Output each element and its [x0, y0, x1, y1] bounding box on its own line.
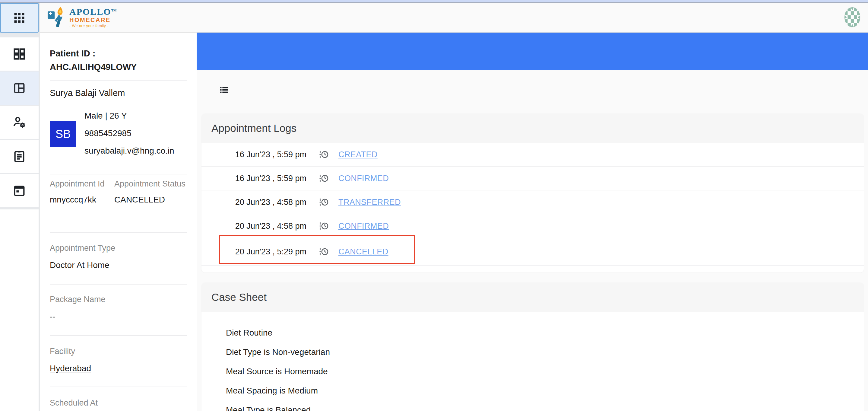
patient-phone: 9885452985: [85, 129, 174, 138]
log-row: 20 Jun'23 , 4:58 pm TRANSFERRED: [202, 190, 864, 214]
divider: [50, 80, 187, 81]
sidebar-item-calendar[interactable]: [0, 174, 39, 207]
identicon-avatar[interactable]: [844, 7, 860, 27]
divider: [50, 174, 187, 174]
list-view-button[interactable]: [218, 85, 230, 96]
log-status-link[interactable]: CREATED: [338, 150, 378, 159]
log-timestamp: 20 Jun'23 , 4:58 pm: [202, 222, 306, 231]
calendar-icon: [12, 183, 26, 197]
sidebar-item-assignments[interactable]: [0, 140, 39, 173]
case-sheet-item: Meal Spacing is Medium: [226, 387, 864, 395]
divider: [50, 335, 187, 336]
log-row: 20 Jun'23 , 4:58 pm CONFIRMED: [202, 214, 864, 238]
package-name-value: --: [50, 312, 187, 322]
case-sheet-card: Case Sheet Diet Routine Diet Type is Non…: [202, 283, 864, 411]
logo-tagline: - We are your family -: [69, 24, 116, 28]
log-status-link[interactable]: TRANSFERRED: [338, 198, 401, 207]
list-icon: [219, 85, 229, 96]
case-sheet-item: Meal Type is Balanced: [226, 406, 864, 411]
patient-id-label: Patient ID :: [50, 47, 136, 60]
logo-wordmark: APOLLOTM HOMECARE - We are your family -: [69, 7, 116, 28]
scheduled-at-label: Scheduled At: [50, 398, 187, 408]
sidebar-item-dashboard[interactable]: [0, 37, 39, 70]
appointment-id-status-section: Appointment Id mnycccq7kk Appointment St…: [50, 177, 187, 205]
appointment-type-label: Appointment Type: [50, 243, 187, 253]
patient-id-value: AHC.AILIHQ49LOWY: [50, 60, 136, 74]
log-row: 16 Jun'23 , 5:59 pm CREATED: [202, 143, 864, 167]
history-clock-icon: [318, 173, 329, 183]
apollo-homecare-logo[interactable]: APOLLOTM HOMECARE - We are your family -: [47, 6, 116, 29]
layout-columns-icon: [12, 81, 26, 95]
patient-id-block: Patient ID : AHC.AILIHQ49LOWY: [50, 47, 136, 74]
apps-icon: [13, 11, 26, 24]
case-sheet-list: Diet Routine Diet Type is Non-vegetarian…: [202, 312, 864, 411]
appointment-logs-card: Appointment Logs 16 Jun'23 , 5:59 pm: [202, 114, 864, 272]
patient-email: suryabalaji.v@hng.co.in: [85, 146, 174, 155]
log-timestamp: 16 Jun'23 , 5:59 pm: [202, 174, 306, 183]
sidebar-item-apps[interactable]: [0, 3, 39, 33]
log-timestamp: 16 Jun'23 , 5:59 pm: [202, 150, 306, 159]
history-clock-icon: [318, 197, 329, 207]
appointment-type-value: Doctor At Home: [50, 260, 187, 270]
log-status-link[interactable]: CONFIRMED: [338, 174, 389, 183]
package-name-section: Package Name --: [50, 295, 187, 322]
app-window: APOLLOTM HOMECARE - We are your family -: [0, 0, 868, 411]
history-clock-icon: [318, 221, 329, 231]
top-app-bar: APOLLOTM HOMECARE - We are your family -: [40, 3, 868, 33]
sidebar-item-user-management[interactable]: [0, 106, 39, 139]
log-status-link[interactable]: CANCELLED: [338, 247, 389, 257]
sidebar-item-board[interactable]: [0, 71, 39, 105]
facility-label: Facility: [50, 347, 187, 356]
package-name-label: Package Name: [50, 295, 187, 304]
blue-banner: [197, 33, 868, 70]
patient-name: Surya Balaji Vallem: [50, 88, 125, 98]
divider: [50, 387, 187, 387]
dashboard-grid-icon: [12, 47, 26, 61]
left-icon-rail: [0, 3, 40, 411]
facility-link[interactable]: Hyderabad: [50, 363, 187, 374]
main-content: Appointment Logs 16 Jun'23 , 5:59 pm: [197, 33, 868, 411]
patient-summary-panel: Patient ID : AHC.AILIHQ49LOWY Surya Bala…: [40, 33, 197, 411]
appointment-id-value: mnycccq7kk: [50, 195, 114, 205]
patient-avatar-initials: SB: [56, 128, 71, 141]
case-sheet-item: Meal Source is Homemade: [226, 367, 864, 376]
patient-gender-age: Male | 26 Y: [85, 111, 174, 120]
appointment-type-section: Appointment Type Doctor At Home: [50, 243, 187, 270]
manage-accounts-icon: [12, 115, 27, 129]
logo-tm: TM: [111, 8, 117, 12]
clipboard-icon: [12, 149, 26, 163]
log-row-highlighted: 20 Jun'23 , 5:29 pm CANCELLED: [202, 238, 864, 266]
history-clock-icon: [318, 149, 329, 159]
divider: [50, 284, 187, 285]
browser-top-edge: [0, 0, 868, 3]
appointment-id-label: Appointment Id: [50, 177, 114, 191]
log-row: 16 Jun'23 , 5:59 pm CONFIRMED: [202, 167, 864, 190]
case-sheet-header: Case Sheet: [202, 283, 864, 312]
appointment-logs-list: 16 Jun'23 , 5:59 pm CREATED: [202, 143, 864, 266]
patient-avatar: SB: [50, 121, 76, 147]
facility-section: Facility Hyderabad: [50, 347, 187, 374]
log-timestamp: 20 Jun'23 , 4:58 pm: [202, 198, 306, 207]
history-clock-icon: [318, 246, 329, 257]
appointment-logs-header: Appointment Logs: [202, 114, 864, 143]
torch-logo-icon: [47, 6, 66, 29]
logo-apollo-text: APOLLO: [69, 7, 111, 17]
scheduled-at-section: Scheduled At: [50, 398, 187, 411]
case-sheet-title: Case Sheet: [211, 291, 267, 303]
appointment-status-label: Appointment Status: [114, 177, 187, 191]
logo-homecare-text: HOMECARE: [69, 17, 116, 23]
divider: [50, 232, 187, 233]
case-sheet-item: Diet Type is Non-vegetarian: [226, 348, 864, 356]
log-timestamp: 20 Jun'23 , 5:29 pm: [202, 247, 306, 257]
appointment-logs-title: Appointment Logs: [211, 122, 297, 134]
rail-divider: [0, 207, 39, 209]
patient-demographics: Male | 26 Y 9885452985 suryabalaji.v@hng…: [85, 111, 174, 155]
log-status-link[interactable]: CONFIRMED: [338, 222, 389, 231]
appointment-status-value: CANCELLED: [114, 195, 187, 205]
case-sheet-item: Diet Routine: [226, 329, 864, 337]
